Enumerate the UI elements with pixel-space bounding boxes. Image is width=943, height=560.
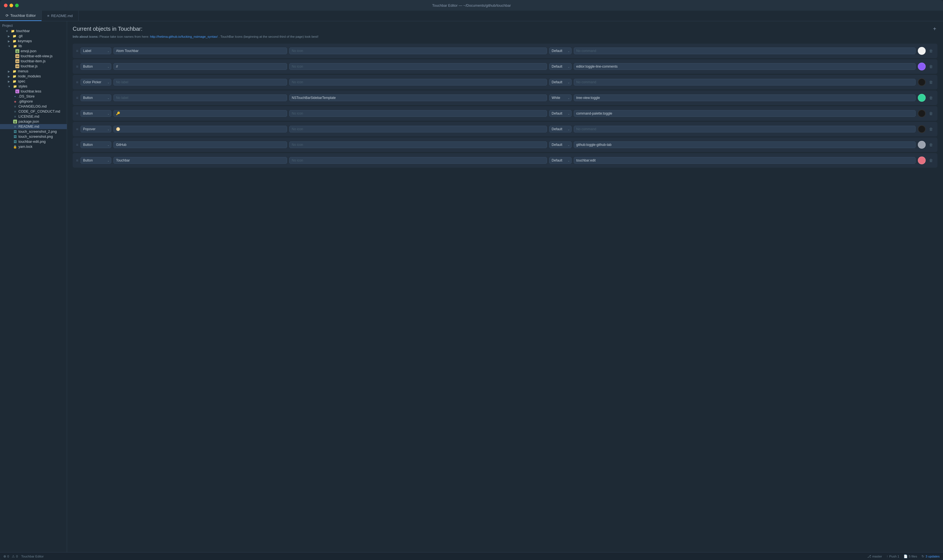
drag-handle[interactable]: ≡ xyxy=(76,49,78,53)
icon-input[interactable] xyxy=(289,48,547,54)
sidebar-item-changelog[interactable]: ≡CHANGELOG.md xyxy=(0,104,67,109)
command-input[interactable] xyxy=(574,63,915,70)
command-input[interactable] xyxy=(574,110,915,117)
color-picker-circle[interactable] xyxy=(918,63,926,71)
icon-input[interactable] xyxy=(289,79,547,86)
sidebar-item-touchbar-edit-view[interactable]: JStouchbar-edit-view.js xyxy=(0,54,67,59)
color-picker-circle[interactable] xyxy=(918,94,926,102)
sidebar-item-package-json[interactable]: {}package.json xyxy=(0,119,67,124)
delete-row-button[interactable]: 🗑 xyxy=(928,95,934,101)
sidebar-item-readme-md[interactable]: ≡README.md xyxy=(0,124,67,129)
color-select[interactable]: DefaultWhiteBlackRedGreenBlue xyxy=(549,110,572,117)
minimize-button[interactable] xyxy=(9,4,13,7)
command-input[interactable] xyxy=(574,142,915,148)
delete-row-button[interactable]: 🗑 xyxy=(928,142,934,148)
sidebar-item-touch-screenshot[interactable]: 🖼touch_screenshot.png xyxy=(0,134,67,139)
drag-handle[interactable]: ≡ xyxy=(76,143,78,147)
color-picker-circle[interactable] xyxy=(918,141,926,149)
label-input[interactable] xyxy=(114,48,287,54)
color-select[interactable]: DefaultWhiteBlackRedGreenBlue xyxy=(549,157,572,164)
sidebar-item-git[interactable]: ▶📁.git xyxy=(0,34,67,38)
sidebar-item-styles[interactable]: ▼📁styles xyxy=(0,84,67,89)
files-status[interactable]: 📄 5 files xyxy=(904,554,917,558)
icon-input[interactable] xyxy=(289,94,547,101)
type-select[interactable]: LabelButtonColor PickerPopoverSliderSpac… xyxy=(80,94,111,101)
command-input[interactable] xyxy=(574,79,915,86)
label-input[interactable] xyxy=(114,110,287,117)
sidebar-item-spec[interactable]: ▶📁spec xyxy=(0,79,67,84)
color-picker-circle[interactable] xyxy=(918,47,926,55)
sidebar-item-keymaps[interactable]: ▶📁keymaps xyxy=(0,38,67,44)
delete-row-button[interactable]: 🗑 xyxy=(928,111,934,116)
color-picker-circle[interactable] xyxy=(918,125,926,133)
sidebar-item-license[interactable]: ≡LICENSE.md xyxy=(0,114,67,119)
type-select[interactable]: LabelButtonColor PickerPopoverSliderSpac… xyxy=(80,157,111,164)
type-select[interactable]: LabelButtonColor PickerPopoverSliderSpac… xyxy=(80,110,111,117)
label-input[interactable] xyxy=(114,157,287,164)
sidebar-item-emoji-json[interactable]: {}emoji.json xyxy=(0,49,67,54)
command-input[interactable] xyxy=(574,126,915,132)
color-picker-circle[interactable] xyxy=(918,157,926,164)
sidebar-item-root[interactable]: ▼📁touchbar xyxy=(0,29,67,34)
branch-status[interactable]: ⎇ master xyxy=(867,554,882,558)
color-select[interactable]: DefaultWhiteBlackRedGreenBlue xyxy=(549,142,572,148)
sidebar-item-touch-screenshot-2[interactable]: 🖼touch_screenshot_2.png xyxy=(0,129,67,134)
delete-row-button[interactable]: 🗑 xyxy=(928,126,934,132)
updates-status[interactable]: ↻ 3 updates xyxy=(921,554,940,558)
sidebar-item-node-modules[interactable]: ▶📁node_modules xyxy=(0,74,67,79)
sidebar-item-code-of-conduct[interactable]: ≡CODE_OF_CONDUCT.md xyxy=(0,109,67,114)
drag-handle[interactable]: ≡ xyxy=(76,64,78,69)
sidebar-item-touchbar-js[interactable]: JStouchbar.js xyxy=(0,64,67,69)
color-select[interactable]: DefaultWhiteBlackRedGreenBlue xyxy=(549,79,572,86)
color-picker-circle[interactable] xyxy=(918,109,926,117)
type-select[interactable]: LabelButtonColor PickerPopoverSliderSpac… xyxy=(80,126,111,132)
sidebar-item-ds-store[interactable]: •.DS_Store xyxy=(0,94,67,99)
label-input[interactable] xyxy=(114,63,287,70)
delete-row-button[interactable]: 🗑 xyxy=(928,48,934,54)
label-input[interactable] xyxy=(114,94,287,101)
icon-input[interactable] xyxy=(289,110,547,117)
icon-input[interactable] xyxy=(289,126,547,132)
color-select[interactable]: DefaultWhiteBlackRedGreenBlue xyxy=(549,48,572,54)
command-input[interactable] xyxy=(574,157,915,164)
drag-handle[interactable]: ≡ xyxy=(76,95,78,100)
tab-touchbar-editor[interactable]: ⟳ Touchbar Editor xyxy=(0,11,42,21)
maximize-button[interactable] xyxy=(15,4,19,7)
type-select[interactable]: LabelButtonColor PickerPopoverSliderSpac… xyxy=(80,48,111,54)
type-select[interactable]: LabelButtonColor PickerPopoverSliderSpac… xyxy=(80,142,111,148)
drag-handle[interactable]: ≡ xyxy=(76,127,78,131)
sidebar-project-header[interactable]: Project xyxy=(0,23,67,29)
command-input[interactable] xyxy=(574,94,915,101)
label-input[interactable] xyxy=(114,79,287,86)
sidebar-item-lib[interactable]: ▼📁lib xyxy=(0,44,67,49)
label-input[interactable] xyxy=(114,126,287,132)
sidebar-item-gitignore[interactable]: ◈.gitignore xyxy=(0,99,67,104)
icon-input[interactable] xyxy=(289,142,547,148)
color-picker-circle[interactable] xyxy=(918,78,926,86)
color-select[interactable]: DefaultWhiteBlackRedGreenBlue xyxy=(549,63,572,70)
sidebar-item-menus[interactable]: ▶📁menus xyxy=(0,69,67,74)
sidebar-item-touchbar-edit-png[interactable]: 🖼touchbar-edit.png xyxy=(0,139,67,144)
drag-handle[interactable]: ≡ xyxy=(76,158,78,163)
drag-handle[interactable]: ≡ xyxy=(76,111,78,116)
drag-handle[interactable]: ≡ xyxy=(76,80,78,85)
type-select[interactable]: LabelButtonColor PickerPopoverSliderSpac… xyxy=(80,63,111,70)
icon-input[interactable] xyxy=(289,63,547,70)
command-input[interactable] xyxy=(574,48,915,54)
info-link[interactable]: http://hetima.github.io/fucking_nsimage_… xyxy=(150,35,218,38)
type-select[interactable]: LabelButtonColor PickerPopoverSliderSpac… xyxy=(80,79,111,86)
delete-row-button[interactable]: 🗑 xyxy=(928,64,934,69)
color-select[interactable]: DefaultWhiteBlackRedGreenBlue xyxy=(549,126,572,132)
tab-readme[interactable]: ≡ README.md xyxy=(42,11,78,21)
sidebar-item-touchbar-item[interactable]: JStouchbar-item.js xyxy=(0,59,67,64)
add-item-button[interactable]: + xyxy=(932,26,937,32)
color-select[interactable]: DefaultWhiteBlackRedGreenBlue xyxy=(549,94,572,101)
delete-row-button[interactable]: 🗑 xyxy=(928,158,934,163)
icon-input[interactable] xyxy=(289,157,547,164)
label-input[interactable] xyxy=(114,142,287,148)
sidebar-item-yarn-lock[interactable]: 🔒yarn.lock xyxy=(0,144,67,149)
sidebar-item-touchbar-less[interactable]: Ltouchbar.less xyxy=(0,89,67,94)
delete-row-button[interactable]: 🗑 xyxy=(928,79,934,85)
push-status[interactable]: ↑ Push 1 xyxy=(886,555,899,558)
close-button[interactable] xyxy=(4,4,8,7)
